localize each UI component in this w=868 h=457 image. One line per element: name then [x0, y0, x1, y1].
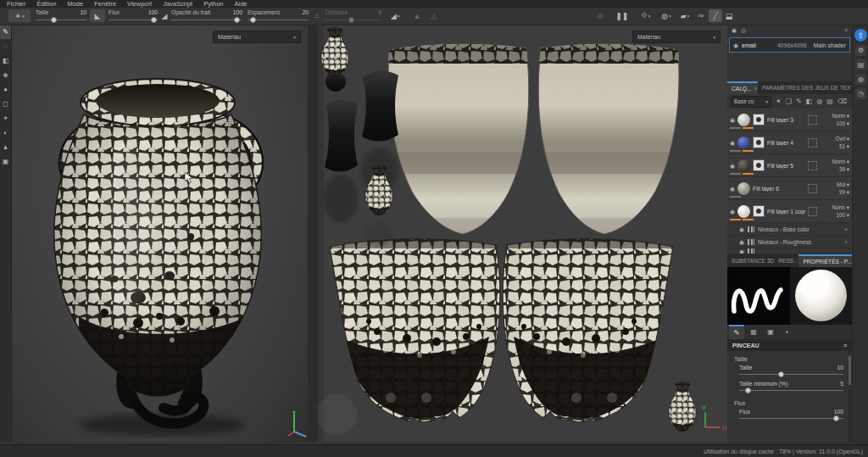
- menu-icon[interactable]: ≡: [843, 343, 847, 348]
- alpha-tab[interactable]: ▣: [763, 325, 778, 339]
- menu-viewport[interactable]: Viewport: [127, 0, 152, 8]
- solo-icon[interactable]: ◎: [741, 27, 746, 33]
- layer-opacity[interactable]: 100: [837, 212, 846, 218]
- screenshot-button[interactable]: ⬓: [724, 9, 734, 22]
- shader-settings-button[interactable]: ◍: [855, 74, 866, 85]
- polygon-fill-tool[interactable]: ◈: [0, 68, 11, 82]
- eye-icon[interactable]: ◉: [730, 186, 735, 192]
- texture-settings-button[interactable]: ◍▾: [658, 9, 675, 22]
- blend-mode[interactable]: Mul: [837, 181, 845, 187]
- menu-javascript[interactable]: JavaScript: [163, 0, 192, 8]
- effect-row[interactable]: ◉ Niveaux - Roughness ×: [727, 236, 852, 248]
- falloff-curve-button[interactable]: ◢▾: [387, 9, 403, 22]
- 3d-display-mode-dropdown[interactable]: Matériau ▾: [213, 31, 301, 43]
- stroke-opacity-slider[interactable]: [171, 16, 242, 24]
- visibility-icon[interactable]: ◉: [732, 27, 737, 33]
- symmetry-tool[interactable]: ▣: [0, 154, 11, 169]
- eye-icon[interactable]: ◉: [730, 163, 735, 169]
- paint-brush-icon[interactable]: ✎: [796, 98, 802, 105]
- symmetry-settings-button[interactable]: ⟐▾: [637, 9, 654, 22]
- layer-row[interactable]: ◉ Fill layer 6 Mul ▾ 99 ▾: [727, 177, 852, 200]
- spacing-slider[interactable]: [248, 16, 309, 24]
- menu-fenetre[interactable]: Fenêtre: [94, 0, 116, 8]
- effect-row-partial[interactable]: ◉: [727, 248, 852, 254]
- eye-icon[interactable]: ◉: [730, 209, 735, 215]
- blend-mode[interactable]: Norm: [832, 204, 845, 210]
- layer-mask-thumbnail[interactable]: [753, 159, 765, 171]
- quick-mask-tool[interactable]: ◐: [0, 125, 11, 140]
- camera-settings-button[interactable]: ▰▾: [676, 9, 693, 22]
- smart-material-icon[interactable]: ◍: [816, 98, 822, 105]
- tab-calques[interactable]: CALQ... ×: [727, 81, 758, 94]
- channel-dropdown[interactable]: Base co ▾: [731, 96, 771, 108]
- size-param-value[interactable]: 10: [837, 365, 843, 371]
- properties-scrollbar[interactable]: [849, 349, 851, 443]
- fill-bucket-icon[interactable]: ◧: [806, 98, 813, 105]
- magic-wand-icon[interactable]: ✶: [776, 98, 782, 105]
- rotate-view-button[interactable]: ✑: [695, 9, 707, 22]
- menu-edition[interactable]: Édition: [37, 0, 57, 8]
- layer-opacity[interactable]: 39: [839, 166, 845, 172]
- symmetry-toggle-button[interactable]: ▲: [410, 9, 424, 22]
- flow-param-slider[interactable]: [739, 415, 843, 423]
- grayscale-tab[interactable]: ▦: [746, 325, 761, 339]
- pause-engine-button[interactable]: ❚❚: [615, 9, 629, 22]
- size-min-value[interactable]: 5: [840, 381, 843, 387]
- clone-tool[interactable]: ◻: [0, 97, 11, 111]
- 2d-uv-viewport[interactable]: Matériau ▾: [318, 25, 727, 442]
- layer-thumbnail[interactable]: [737, 114, 750, 126]
- tab-ressources[interactable]: RESS...: [774, 254, 798, 267]
- 3d-viewport[interactable]: Matériau ▾: [11, 25, 308, 442]
- flow-slider[interactable]: [108, 16, 158, 24]
- blend-mode[interactable]: Norm: [832, 159, 845, 164]
- hide-ui-button[interactable]: ⊘: [593, 9, 607, 22]
- blend-mode[interactable]: Ovrl: [836, 136, 846, 142]
- brush-preset-button[interactable]: ✶▾: [8, 9, 31, 22]
- distance-slider[interactable]: [326, 16, 381, 24]
- layer-opacity[interactable]: 99: [839, 189, 845, 195]
- menu-fichier[interactable]: Fichier: [7, 0, 26, 8]
- menu-python[interactable]: Python: [203, 0, 223, 8]
- list-options-icon[interactable]: ≡: [844, 27, 848, 33]
- display-settings-button[interactable]: ▤: [855, 59, 866, 70]
- material-tab[interactable]: ◐: [780, 325, 795, 339]
- folder-icon[interactable]: ▤: [826, 98, 833, 105]
- history-button[interactable]: ◷: [855, 88, 866, 99]
- pinceau-section-header[interactable]: PINCEAU ≡: [727, 339, 852, 351]
- size-slider[interactable]: [36, 16, 86, 24]
- layer-mask-thumbnail[interactable]: [753, 114, 765, 125]
- symmetry-lock-button[interactable]: ◬: [427, 9, 441, 22]
- layer-row[interactable]: ◉ Fill layer 4 Ovrl ▾ 51 ▾: [727, 131, 852, 154]
- eye-icon[interactable]: ◉: [730, 117, 735, 123]
- blend-mode[interactable]: Norm: [832, 113, 845, 119]
- menu-aide[interactable]: Aide: [235, 0, 248, 8]
- layer-thumbnail[interactable]: [737, 205, 750, 218]
- trash-icon[interactable]: ⌫: [837, 98, 847, 105]
- layer-row[interactable]: ◉ Fill layer 5 Norm ▾ 39 ▾: [727, 154, 852, 177]
- layer-opacity[interactable]: 51: [839, 143, 845, 149]
- viewport-divider[interactable]: [308, 25, 318, 442]
- texture-set-row[interactable]: ◉ email 4096x4096 Main shader: [729, 37, 850, 53]
- eraser-tool[interactable]: ◌: [0, 39, 11, 53]
- remove-effect-icon[interactable]: ×: [844, 239, 848, 245]
- size-param-slider[interactable]: [739, 371, 843, 379]
- stamp-icon[interactable]: ❑: [786, 98, 792, 105]
- layer-opacity[interactable]: 100: [837, 120, 846, 126]
- layer-mask-thumbnail[interactable]: [753, 137, 765, 148]
- menu-mode[interactable]: Mode: [67, 0, 83, 8]
- material-picker-tool[interactable]: ✦: [0, 111, 11, 125]
- tab-parametres[interactable]: PARAMÈTRES DES JEUX DE TEXTU...: [758, 81, 852, 94]
- 2d-display-mode-dropdown[interactable]: Matériau ▾: [632, 31, 721, 43]
- layer-row[interactable]: ◉ Fill layer 3 Norm ▾ 100 ▾: [727, 109, 852, 131]
- layer-mask-thumbnail[interactable]: [753, 205, 765, 217]
- eye-icon[interactable]: ◉: [739, 239, 744, 245]
- tab-substance[interactable]: SUBSTANCE 3D...: [727, 254, 774, 267]
- remove-effect-icon[interactable]: ×: [844, 226, 848, 232]
- flow-param-value[interactable]: 100: [834, 409, 843, 415]
- pencil-tool-button[interactable]: ╱: [709, 9, 722, 22]
- share-button[interactable]: ⇧: [854, 29, 867, 42]
- tab-proprietes[interactable]: PROPRIÉTÉS - P... ×: [798, 254, 852, 267]
- smudge-tool[interactable]: ●: [0, 82, 11, 97]
- effect-row[interactable]: ◉ Niveaux - Base color ×: [727, 223, 852, 236]
- path-tool[interactable]: ▲: [0, 140, 11, 154]
